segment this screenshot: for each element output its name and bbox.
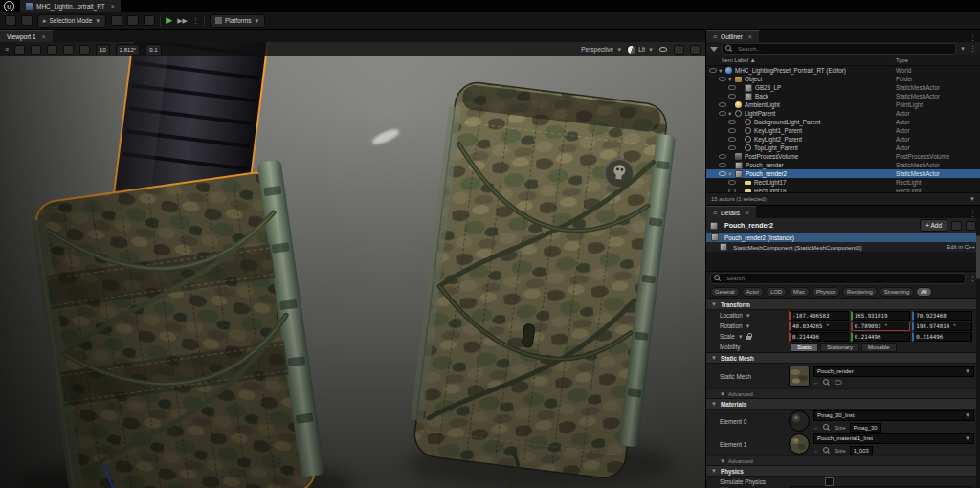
viewport-menu-icon[interactable]: ≡ — [5, 46, 9, 53]
viewport-3d-scene[interactable]: ≡ 10 2.812° 0.1 Perspective ▼ — [0, 42, 705, 488]
scale-x-field[interactable]: 0.214496 — [789, 332, 849, 342]
visibility-eye-icon[interactable] — [719, 170, 727, 177]
maximize-viewport-icon[interactable] — [690, 45, 701, 55]
blueprint-icon[interactable] — [127, 15, 139, 26]
visibility-eye-icon[interactable] — [728, 144, 737, 151]
visibility-eye-icon[interactable] — [728, 119, 737, 125]
rotation-x-field[interactable]: 40.034265 ° — [789, 322, 849, 331]
outliner-row-actor[interactable]: RectLight18RectLight — [706, 187, 980, 192]
visibility-eye-icon[interactable] — [728, 188, 737, 192]
perspective-dropdown[interactable]: Perspective ▼ — [581, 46, 622, 53]
details-search-box[interactable] — [710, 273, 966, 284]
location-x-field[interactable]: -187.406583 — [789, 311, 849, 321]
static-mesh-advanced-expander[interactable]: ▼ Advanced — [706, 388, 980, 398]
scale-tool-icon[interactable] — [63, 45, 74, 55]
view-mode-dropdown[interactable]: Lit ▼ — [628, 46, 654, 54]
close-viewport-tab-icon[interactable]: × — [42, 33, 46, 40]
item-label-column-header[interactable]: Item Label ▲ — [722, 57, 756, 63]
outliner-row-actor[interactable]: PostProcessVolumePostProcessVolume — [706, 152, 980, 161]
type-column-header[interactable]: Type — [896, 57, 908, 63]
outliner-settings-chevron-icon[interactable]: ▼ — [960, 46, 966, 52]
select-tool-icon[interactable] — [14, 45, 25, 55]
visibility-eye-icon[interactable] — [728, 84, 737, 91]
expand-chevron-icon[interactable]: ▼ — [727, 111, 735, 117]
play-modes-kebab-icon[interactable]: ⋮ — [192, 17, 199, 25]
viewport-tab[interactable]: Viewport 1 × — [0, 30, 53, 42]
filter-chip[interactable]: Rendering — [842, 287, 878, 297]
outliner-row-actor[interactable]: AmbientLightPointLight — [706, 100, 980, 109]
details-kebab-icon[interactable]: ⋮ — [969, 211, 976, 218]
filter-chip[interactable]: Actor — [742, 287, 765, 297]
location-z-field[interactable]: 70.923468 — [912, 311, 972, 321]
expand-chevron-icon[interactable]: ▼ — [718, 68, 725, 74]
outliner-kebab-icon[interactable]: ⋮ — [969, 34, 976, 42]
material1-asset-dropdown[interactable]: Pouch_material1_Inst▼ — [813, 433, 974, 444]
scrollbar-thumb[interactable] — [976, 235, 980, 279]
material0-asset-dropdown[interactable]: Pmag_30_Inst▼ — [813, 410, 974, 421]
visibility-eye-icon[interactable] — [728, 127, 737, 134]
static-mesh-asset-dropdown[interactable]: Pouch_render▼ — [813, 366, 974, 377]
chevron-down-icon[interactable]: ▼ — [738, 334, 744, 340]
outliner-row-selected[interactable]: ▼Pouch_render2StaticMeshActor — [706, 169, 980, 178]
use-selected-asset-icon[interactable]: ← — [813, 425, 819, 431]
browse-to-asset-icon[interactable] — [823, 447, 831, 455]
outliner-row-actor[interactable]: BackgroundLight_ParentActor — [706, 118, 980, 126]
use-selected-asset-icon[interactable]: ← — [813, 380, 819, 386]
platforms-dropdown[interactable]: Platforms ▼ — [210, 14, 265, 28]
save-icon[interactable] — [21, 15, 33, 26]
blueprint-convert-icon[interactable] — [951, 221, 962, 231]
expand-chevron-icon[interactable]: ▼ — [727, 171, 735, 177]
scale-y-field[interactable]: 0.214496 — [851, 332, 911, 342]
visibility-eye-icon[interactable] — [719, 153, 727, 160]
filter-chip[interactable]: Physics — [812, 287, 840, 297]
outliner-row-actor[interactable]: KeyLight1_ParentActor — [706, 126, 980, 135]
mobility-movable-button[interactable]: Movable — [861, 343, 897, 352]
edit-in-cpp-link[interactable]: Edit in C++ — [947, 244, 975, 250]
filter-chip[interactable]: General — [710, 287, 740, 297]
editor-modes-icon[interactable] — [5, 15, 16, 26]
scale-z-field[interactable]: 0.214496 — [912, 332, 972, 342]
outliner-row-actor[interactable]: GB23_LPStaticMeshActor — [706, 83, 980, 92]
static-mesh-thumbnail[interactable] — [789, 366, 810, 387]
visibility-eye-icon[interactable] — [728, 136, 737, 143]
section-header-materials[interactable]: ▼ Materials — [706, 398, 980, 410]
rotation-snap-value[interactable]: 2.812° — [116, 44, 140, 55]
details-tab[interactable]: ≡ Details × — [706, 206, 756, 218]
outliner-row-actor[interactable]: RectLight17RectLight — [706, 178, 980, 187]
play-icon[interactable]: ▶ — [166, 16, 172, 25]
close-details-icon[interactable]: × — [746, 210, 749, 216]
material0-size-value[interactable]: Pmag_30 — [850, 423, 881, 433]
component-row-staticmesh[interactable]: StaticMeshComponent (StaticMeshComponent… — [706, 242, 980, 252]
expand-chevron-icon[interactable]: ▼ — [727, 77, 735, 82]
filter-chip[interactable]: Streaming — [880, 287, 914, 297]
visibility-eye-icon[interactable] — [728, 93, 737, 100]
section-header-static-mesh[interactable]: ▼ Static Mesh — [706, 352, 980, 364]
actor-settings-icon[interactable] — [966, 221, 976, 231]
visibility-eye-icon[interactable] — [719, 101, 727, 108]
use-selected-asset-icon[interactable]: ← — [813, 448, 819, 454]
frame-skip-icon[interactable]: ▶▶ — [177, 17, 188, 25]
add-component-button[interactable]: + Add — [920, 219, 947, 232]
outliner-tab[interactable]: ≡ Outliner × — [706, 30, 759, 42]
browse-to-asset-icon[interactable] — [823, 424, 831, 432]
browse-to-asset-icon[interactable] — [823, 379, 831, 387]
content-browser-icon[interactable] — [111, 15, 122, 26]
rotation-z-field[interactable]: 198.974814 ° — [912, 322, 972, 331]
outliner-row-actor[interactable]: Pouch_renderStaticMeshActor — [706, 161, 980, 169]
location-y-field[interactable]: 165.931819 — [851, 311, 911, 321]
details-search-input[interactable] — [724, 275, 962, 282]
outliner-row-folder[interactable]: ▼ObjectFolder — [706, 75, 980, 83]
asset-tab[interactable]: MHC_Lightin...ortrait_RT × — [20, 0, 121, 12]
material0-thumbnail[interactable] — [789, 410, 810, 432]
filter-funnel-icon[interactable] — [710, 47, 718, 52]
filter-chip[interactable]: Misc — [789, 287, 810, 297]
outliner-search-box[interactable] — [722, 43, 956, 55]
camera-speed-icon[interactable] — [674, 45, 684, 55]
close-tab-icon[interactable]: × — [111, 3, 115, 10]
visibility-eye-icon[interactable] — [719, 76, 727, 82]
rotate-tool-icon[interactable] — [47, 45, 57, 55]
mobility-static-button[interactable]: Static — [791, 343, 818, 352]
outliner-options-kebab-icon[interactable]: ⋮ — [969, 45, 976, 53]
visibility-eye-icon[interactable] — [719, 110, 727, 117]
outliner-column-headers[interactable]: Item Label ▲ Type — [706, 55, 980, 66]
